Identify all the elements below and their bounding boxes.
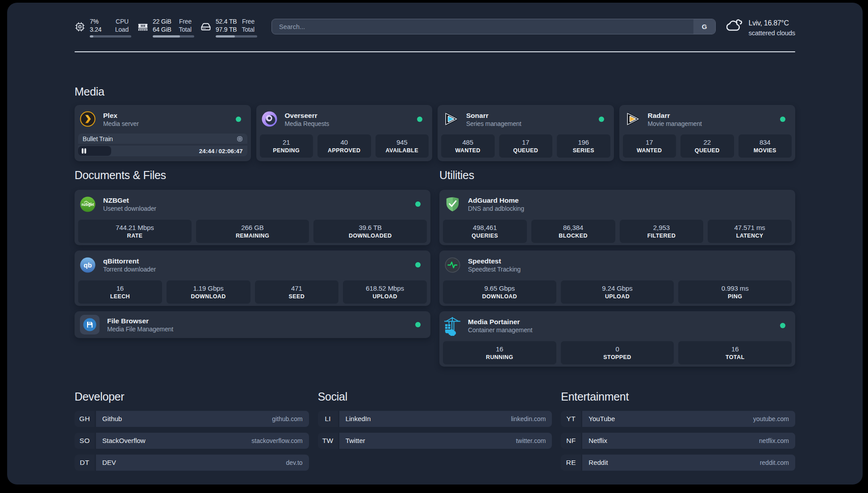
service-header: nzbget NZBGet Usenet downloader — [75, 190, 430, 213]
stat-value: 39.6 TB — [359, 224, 382, 232]
service-description: DNS and adblocking — [468, 205, 524, 213]
service-card-sonarr[interactable]: Sonarr Series management 485 WANTED 17 Q… — [438, 105, 614, 161]
stat-value: 0.993 ms — [722, 284, 749, 292]
bookmark-abbr: SO — [75, 433, 95, 449]
bookmark-url: linkedin.com — [511, 415, 546, 422]
service-description: Series management — [466, 120, 522, 128]
service-card-portainer[interactable]: Media Portainer Container management 16 … — [439, 311, 795, 367]
resource-values: 7% 3.24 — [90, 18, 101, 33]
stat-download: 1.19 Gbps DOWNLOAD — [167, 280, 250, 304]
service-info: Radarr Movie management — [648, 111, 702, 128]
stat-value: 196 — [578, 138, 589, 146]
bookmark-abbr: NF — [561, 433, 581, 449]
pause-icon[interactable] — [82, 148, 86, 154]
resource-body: 52.4 TB 97.9 TB Free Total — [216, 18, 257, 38]
bookmark-linkedin[interactable]: LI LinkedIn linkedin.com — [318, 411, 552, 427]
bookmark-youtube[interactable]: YT YouTube youtube.com — [561, 411, 795, 427]
total-duration: 02:06:47 — [218, 148, 242, 155]
service-card-qbittorrent[interactable]: qb qBittorrent Torrent downloader 16 — [75, 251, 430, 306]
stat-value: 17 — [522, 138, 530, 146]
stat-label: MOVIES — [754, 147, 776, 154]
disk-total-value: 97.9 TB — [216, 26, 237, 34]
bookmark-name: YouTube — [588, 415, 615, 422]
disk-free-value: 52.4 TB — [216, 18, 237, 26]
stat-label: PING — [728, 293, 742, 300]
bookmark-main: YouTube youtube.com — [582, 411, 795, 427]
service-card-overseerr[interactable]: Overseerr Media Requests 21 PENDING 40 A… — [256, 105, 433, 161]
bookmark-group-developer: Developer GH Github github.com SO StackO… — [75, 389, 309, 476]
service-stats: 16 LEECH 1.19 Gbps DOWNLOAD 471 SEED — [78, 280, 427, 304]
bookmark-name: Reddit — [588, 459, 608, 466]
search-provider-button[interactable]: G — [693, 19, 715, 34]
stat-label: STOPPED — [603, 354, 631, 360]
stat-downloaded: 39.6 TB DOWNLOADED — [313, 220, 427, 243]
service-name: AdGuard Home — [468, 196, 524, 205]
disk-total-label: Total — [242, 26, 255, 34]
service-name: NZBGet — [103, 196, 156, 205]
two-column-section: Documents & Files nzbget — [75, 167, 795, 367]
search-input[interactable] — [272, 19, 693, 34]
service-header: Overseerr Media Requests — [256, 105, 433, 128]
service-info: Plex Media server — [103, 111, 139, 128]
stat-label: DOWNLOAD — [191, 293, 226, 300]
stat-label: FILTERED — [647, 233, 676, 239]
resource-text: 52.4 TB 97.9 TB Free Total — [216, 18, 257, 33]
section-title-social: Social — [318, 390, 552, 404]
service-name: Radarr — [648, 111, 702, 120]
bookmark-twitter[interactable]: TW Twitter twitter.com — [318, 433, 552, 449]
stat-wanted: 17 WANTED — [623, 134, 676, 158]
status-dot — [236, 117, 241, 122]
stat-label: UPLOAD — [605, 293, 630, 300]
bookmark-github[interactable]: GH Github github.com — [75, 411, 309, 427]
stat-label: APPROVED — [328, 147, 360, 154]
stat-label: DOWNLOAD — [482, 293, 517, 300]
stat-value: 618.52 Mbps — [366, 284, 404, 292]
bookmark-main: Github github.com — [96, 411, 309, 427]
radarr-icon — [625, 111, 640, 127]
weather-widget[interactable]: Lviv, 16.87°C scattered clouds — [726, 18, 795, 37]
stat-value: 17 — [646, 138, 653, 146]
bookmark-url: github.com — [272, 415, 302, 422]
status-dot — [415, 201, 421, 207]
bookmark-url: dev.to — [286, 459, 303, 466]
service-name: Overseerr — [285, 111, 330, 120]
service-description: Media server — [103, 120, 139, 128]
overseerr-icon — [262, 111, 277, 127]
memory-free-value: 22 GiB — [153, 18, 171, 26]
service-card-plex[interactable]: Plex Media server Bullet Train — [75, 105, 251, 161]
service-card-filebrowser[interactable]: File Browser Media File Management — [75, 311, 430, 338]
stat-label: RUNNING — [486, 354, 513, 360]
service-stats: 21 PENDING 40 APPROVED 945 AVAILABLE — [260, 134, 429, 158]
stat-running: 16 RUNNING — [443, 341, 556, 364]
resource-text: 7% 3.24 CPU Load — [90, 18, 131, 33]
bookmark-list: LI LinkedIn linkedin.com TW Twitter twit… — [318, 411, 552, 449]
stat-queries: 498,461 QUERIES — [443, 220, 527, 243]
playback-progress-bar[interactable]: 24:44 / 02:06:47 — [78, 146, 247, 156]
resource-text: 22 GiB 64 GiB Free Total — [153, 18, 194, 33]
service-card-radarr[interactable]: Radarr Movie management 17 WANTED 22 QUE… — [619, 105, 796, 161]
bookmark-dev[interactable]: DT DEV dev.to — [75, 455, 309, 471]
resource-widgets: 7% 3.24 CPU Load — [75, 18, 257, 38]
service-card-adguard[interactable]: AdGuard Home DNS and adblocking 498,461 … — [439, 190, 795, 245]
bookmark-url: twitter.com — [516, 437, 546, 444]
bookmark-netflix[interactable]: NF Netflix netflix.com — [561, 433, 795, 449]
service-info: qBittorrent Torrent downloader — [103, 257, 156, 273]
bookmark-url: youtube.com — [753, 415, 789, 422]
playback-time: 24:44 / 02:06:47 — [199, 148, 247, 155]
service-info: Overseerr Media Requests — [285, 111, 330, 128]
bookmark-reddit[interactable]: RE Reddit reddit.com — [561, 455, 795, 471]
service-card-nzbget[interactable]: nzbget NZBGet Usenet downloader 744.21 M… — [75, 190, 430, 245]
stat-leech: 16 LEECH — [78, 280, 162, 304]
service-header: qb qBittorrent Torrent downloader — [75, 251, 430, 273]
svg-text:qb: qb — [83, 261, 92, 269]
bookmark-url: stackoverflow.com — [251, 437, 302, 444]
stat-latency: 47.571 ms LATENCY — [708, 220, 792, 243]
bookmark-stackoverflow[interactable]: SO StackOverflow stackoverflow.com — [75, 433, 309, 449]
memory-total-value: 64 GiB — [153, 26, 171, 34]
stat-label: QUEUED — [513, 147, 538, 154]
service-card-speedtest[interactable]: Speedtest Speedtest Tracking 9.65 Gbps D… — [439, 251, 795, 306]
status-dot — [599, 117, 604, 122]
stat-remaining: 266 GB REMAINING — [196, 220, 309, 243]
search-bar[interactable]: G — [271, 19, 716, 34]
bookmark-abbr: RE — [561, 455, 581, 471]
